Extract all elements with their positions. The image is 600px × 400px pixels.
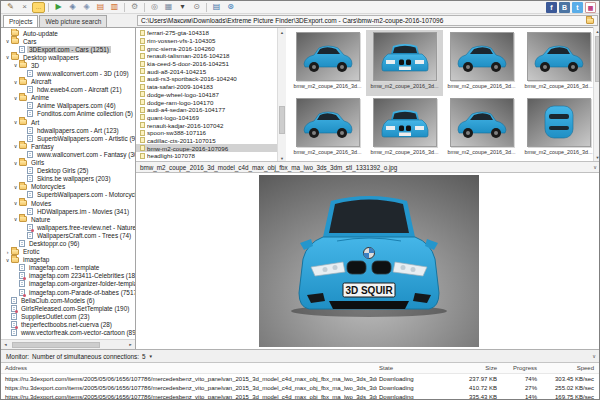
tree-item[interactable]: Cars: [4, 37, 135, 45]
tree-item[interactable]: Anime: [4, 94, 135, 102]
pause-download-icon[interactable]: ◈: [66, 2, 79, 13]
file-item[interactable]: audi-rs3-sportback-2016-104240: [136, 75, 277, 83]
file-item[interactable]: dodge-ram-logo-104170: [136, 98, 277, 106]
twitter-icon[interactable]: t: [572, 2, 583, 13]
collapse-preview-icon[interactable]: ∨: [593, 164, 597, 170]
file-item[interactable]: renault-talisman-2016-104218: [136, 52, 277, 60]
tree-item[interactable]: Aircraft: [4, 78, 135, 86]
scroll-down-icon[interactable]: ▼: [594, 153, 600, 161]
column-header-progress[interactable]: Progress: [497, 365, 537, 371]
thumbnail[interactable]: bmw_m2_coupe_2016_3d...: [289, 96, 366, 161]
vk-icon[interactable]: B: [559, 2, 570, 13]
tree-item[interactable]: 3DExport.com - Cars (1251): [4, 45, 135, 53]
file-item[interactable]: headlight-107078: [136, 152, 277, 160]
thumbnail[interactable]: bmw_m2_coupe_2016_3d...: [366, 96, 443, 161]
expander-icon[interactable]: [4, 38, 11, 44]
tree-item[interactable]: imagefap.com-Parade-of-babes (7517): [4, 288, 135, 296]
tree-item[interactable]: Desktoppr.co (96): [4, 239, 135, 247]
thumbnail[interactable]: bmw_m2_coupe_2016_3d...: [520, 96, 593, 161]
find-files-icon[interactable]: ◎: [148, 2, 161, 13]
thumbnail[interactable]: bmw_m2_coupe_2016_3d...: [366, 30, 443, 96]
expander-icon[interactable]: [12, 200, 19, 206]
facebook-icon[interactable]: f: [546, 2, 557, 13]
tree-item[interactable]: SuppliesOutlet.com (23): [4, 312, 135, 320]
file-item[interactable]: spoon-sw388-107116: [136, 129, 277, 137]
tree-item[interactable]: hdwallpapers.com - Art (123): [4, 126, 135, 134]
file-item[interactable]: gmc-sierra-2016-104260: [136, 44, 277, 52]
file-item[interactable]: renault-kadjar-2016-107042: [136, 121, 277, 129]
tree-item[interactable]: www.vectorfreak.com-vector-cartoon (89): [4, 328, 135, 336]
tree-item[interactable]: Movies: [4, 199, 135, 207]
file-item[interactable]: ferrari-275-gta-104318: [136, 29, 277, 37]
tree-item[interactable]: GirlsReleased.com-SetTemplate (190): [4, 304, 135, 312]
folder-icon[interactable]: [586, 18, 594, 24]
thumbnail[interactable]: bmw_m2_coupe_2016_3d...: [443, 30, 520, 96]
scroll-down-icon[interactable]: ▼: [278, 154, 286, 161]
expander-icon[interactable]: [4, 257, 11, 263]
download-queue-icon[interactable]: ▤: [94, 2, 107, 13]
expander-icon[interactable]: [12, 95, 19, 101]
tree-item[interactable]: Auto-update: [4, 29, 135, 37]
scroll-up-icon[interactable]: ▲: [594, 27, 600, 35]
file-item[interactable]: quant-logo-104169: [136, 114, 277, 122]
download-row[interactable]: https://ru.3dexport.com/items/2005/05/06…: [1, 374, 600, 383]
scroll-up-icon[interactable]: ▲: [278, 28, 286, 36]
connections-dropdown-icon[interactable]: ▼: [149, 354, 153, 359]
thumbnail[interactable]: bmw_m2_coupe_2016_3d...: [289, 30, 366, 96]
expander-icon[interactable]: [12, 119, 19, 125]
file-item[interactable]: audi-a4-sedan-2016-104177: [136, 106, 277, 114]
file-item[interactable]: dodge-wheel-logo-104187: [136, 91, 277, 99]
settings-icon[interactable]: ⊛: [224, 2, 237, 13]
file-list-scrollbar[interactable]: ▲ ▼: [277, 28, 286, 161]
target-icon[interactable]: ⊙: [190, 2, 203, 13]
column-header-speed[interactable]: Speed: [537, 365, 600, 371]
tree-item[interactable]: imagefap.com 223411-Celebrities (185): [4, 272, 135, 280]
download-row[interactable]: https://ru.3dexport.com/items/2005/05/06…: [1, 392, 600, 400]
tree-item[interactable]: theperfectboobs.net-cuerva (28): [4, 320, 135, 328]
address-book-icon[interactable]: ▤: [210, 2, 223, 13]
file-item[interactable]: cadillac-cts-2011-107015: [136, 137, 277, 145]
expander-icon[interactable]: [12, 216, 19, 222]
scrollbar-thumb[interactable]: [279, 106, 285, 134]
scroll-left-icon[interactable]: ◄: [1, 342, 10, 347]
tree-item[interactable]: 3D: [4, 61, 135, 69]
tree-item[interactable]: WallpapersCraft.com - Trees (74): [4, 231, 135, 239]
expander-icon[interactable]: [4, 249, 11, 255]
expander-icon[interactable]: [4, 54, 11, 60]
scrollbar-thumb[interactable]: [595, 36, 600, 82]
tree-item[interactable]: Nature: [4, 215, 135, 223]
file-item[interactable]: kia-ceed-5-door-2016-104251: [136, 60, 277, 68]
tree-item[interactable]: Erotic: [4, 248, 135, 256]
tree-horizontal-scrollbar[interactable]: ◄ ►: [1, 339, 135, 349]
stop-download-icon[interactable]: ◈: [80, 2, 93, 13]
expander-icon[interactable]: [12, 160, 19, 166]
start-download-icon[interactable]: ▶: [52, 2, 65, 13]
project-tools-icon[interactable]: ×: [18, 2, 31, 13]
tree-item[interactable]: Motorcycles: [4, 183, 135, 191]
tree-item[interactable]: Art: [4, 118, 135, 126]
scrollbar-thumb[interactable]: [12, 342, 100, 348]
tree-item[interactable]: imagefap.com - template: [4, 264, 135, 272]
edit-project-icon[interactable]: ✎: [4, 2, 17, 13]
comment-icon[interactable]: …: [32, 2, 45, 13]
view-mode-icon[interactable]: ▦: [162, 2, 175, 13]
file-item[interactable]: tata-safari-2009-104183: [136, 83, 277, 91]
thumbnail-scrollbar[interactable]: ▲ ▼: [593, 27, 600, 161]
thumbnail[interactable]: bmw_m2_coupe_2016_3d...: [443, 96, 520, 161]
expander-icon[interactable]: [12, 143, 19, 149]
tree-item[interactable]: Fantasy: [4, 142, 135, 150]
tree-item[interactable]: wallpapers.free-review.net - Nature (8): [4, 223, 135, 231]
file-item[interactable]: rim-vossen-vfs-1-104305: [136, 37, 277, 45]
file-item[interactable]: audi-a8-2014-104215: [136, 67, 277, 75]
thumbnail[interactable]: bmw_m2_coupe_2016_3d...: [520, 30, 593, 96]
column-header-size[interactable]: Size: [449, 365, 497, 371]
save-file-list-icon[interactable]: ▥: [108, 2, 121, 13]
column-header-state[interactable]: State: [377, 365, 449, 371]
tree-item[interactable]: BellaClub.com-Models (6): [4, 296, 135, 304]
connections-value[interactable]: 5: [142, 353, 146, 360]
tree-item[interactable]: imagefap: [4, 256, 135, 264]
collapse-monitor-icon[interactable]: ∨: [592, 353, 596, 359]
tree-item[interactable]: Anime Wallpapers.com (46): [4, 102, 135, 110]
gift-icon[interactable]: ▩: [585, 2, 596, 13]
expander-icon[interactable]: [12, 62, 19, 68]
